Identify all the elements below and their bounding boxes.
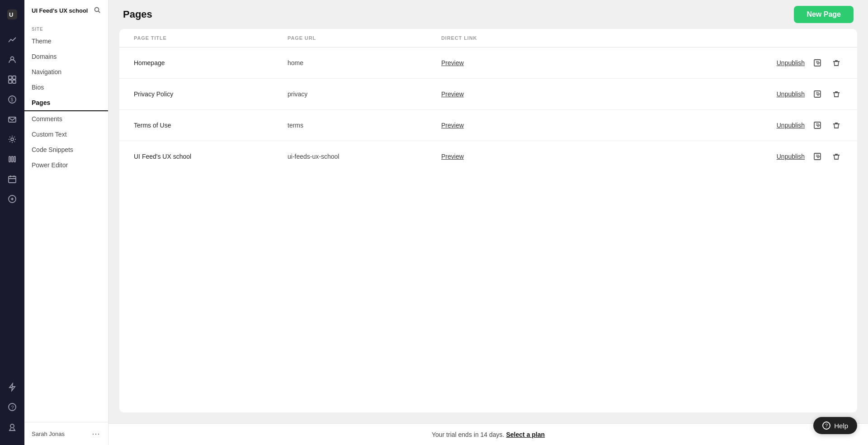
- cell-url-ui-feed: ui-feeds-ux-school: [288, 153, 441, 160]
- sidebar-item-custom-text[interactable]: Custom Text: [24, 127, 108, 142]
- svg-point-20: [95, 8, 99, 12]
- cell-actions-privacy-policy: Unpublish: [577, 88, 843, 100]
- revenue-icon[interactable]: $: [3, 90, 21, 109]
- col-header-actions: [577, 35, 843, 41]
- site-section-label: SITE: [24, 19, 108, 33]
- unpublish-button-terms-of-use[interactable]: Unpublish: [777, 122, 805, 129]
- new-page-button[interactable]: New Page: [794, 6, 854, 23]
- sidebar-item-code-snippets[interactable]: Code Snippets: [24, 142, 108, 157]
- help-button[interactable]: ? Help: [813, 417, 857, 434]
- svg-rect-13: [14, 156, 15, 162]
- preview-link-ui-feed[interactable]: Preview: [441, 153, 464, 160]
- sidebar-item-bios[interactable]: Bios: [24, 80, 108, 95]
- svg-text:?: ?: [11, 405, 14, 410]
- cell-preview-terms-of-use: Preview: [441, 121, 577, 129]
- cell-preview-ui-feed: Preview: [441, 152, 577, 161]
- delete-button-homepage[interactable]: [830, 57, 843, 69]
- edit-button-homepage[interactable]: [811, 57, 824, 69]
- preview-link-homepage[interactable]: Preview: [441, 59, 464, 66]
- svg-text:U: U: [9, 11, 13, 18]
- delete-button-privacy-policy[interactable]: [830, 88, 843, 100]
- members-icon[interactable]: [3, 51, 21, 69]
- svg-line-21: [98, 11, 100, 13]
- trial-text: Your trial ends in 14 days.: [432, 431, 505, 438]
- table-row-terms-of-use: Terms of Use terms Preview Unpublish: [119, 110, 857, 141]
- unpublish-button-ui-feed[interactable]: Unpublish: [777, 153, 805, 160]
- dashboard-icon[interactable]: [3, 71, 21, 89]
- sidebar-item-domains[interactable]: Domains: [24, 49, 108, 64]
- cell-preview-homepage: Preview: [441, 59, 577, 67]
- app-name: UI Feed's UX school: [32, 7, 88, 14]
- table-row-privacy-policy: Privacy Policy privacy Preview Unpublish: [119, 79, 857, 110]
- icon-sidebar: U $: [0, 0, 24, 445]
- email-icon[interactable]: [3, 110, 21, 128]
- col-header-title: PAGE TITLE: [134, 35, 288, 41]
- flash-icon[interactable]: [3, 378, 21, 396]
- trial-bar: Your trial ends in 14 days. Select a pla…: [108, 423, 868, 445]
- badge-icon[interactable]: [3, 418, 21, 436]
- cell-title-ui-feed: UI Feed's UX school: [134, 153, 288, 160]
- analytics-icon[interactable]: [3, 31, 21, 49]
- help-icon[interactable]: ?: [3, 398, 21, 416]
- col-header-link: DIRECT LINK: [441, 35, 577, 41]
- sidebar-item-power-editor[interactable]: Power Editor: [24, 157, 108, 173]
- select-plan-link[interactable]: Select a plan: [506, 431, 545, 438]
- table-row-homepage: Homepage home Preview Unpublish: [119, 47, 857, 79]
- nav-list: ThemeDomainsNavigationBiosPagesCommentsC…: [24, 33, 108, 173]
- svg-rect-4: [13, 76, 16, 79]
- sidebar-item-pages[interactable]: Pages: [24, 95, 108, 111]
- svg-point-10: [11, 138, 14, 141]
- delete-button-ui-feed[interactable]: [830, 150, 843, 163]
- sidebar-item-navigation[interactable]: Navigation: [24, 64, 108, 80]
- cell-actions-ui-feed: Unpublish: [577, 150, 843, 163]
- cell-title-homepage: Homepage: [134, 59, 288, 66]
- main-content: Pages New Page PAGE TITLE PAGE URL DIREC…: [108, 0, 868, 445]
- edit-button-privacy-policy[interactable]: [811, 88, 824, 100]
- svg-point-19: [10, 424, 14, 428]
- help-label: Help: [834, 422, 848, 430]
- cell-preview-privacy-policy: Preview: [441, 90, 577, 98]
- table-row-ui-feed: UI Feed's UX school ui-feeds-ux-school P…: [119, 141, 857, 172]
- svg-rect-9: [9, 117, 16, 122]
- delete-button-terms-of-use[interactable]: [830, 119, 843, 132]
- more-options-button[interactable]: ⋯: [92, 429, 101, 439]
- edit-button-terms-of-use[interactable]: [811, 119, 824, 132]
- cell-url-terms-of-use: terms: [288, 122, 441, 129]
- cell-url-homepage: home: [288, 59, 441, 66]
- svg-rect-3: [9, 76, 12, 79]
- cell-url-privacy-policy: privacy: [288, 90, 441, 98]
- main-sidebar: UI Feed's UX school SITE ThemeDomainsNav…: [24, 0, 108, 445]
- pages-table-container: PAGE TITLE PAGE URL DIRECT LINK Homepage…: [119, 29, 857, 412]
- svg-text:?: ?: [825, 423, 828, 428]
- svg-marker-16: [9, 383, 15, 391]
- table-body: Homepage home Preview Unpublish Privacy …: [119, 47, 857, 172]
- sidebar-header: UI Feed's UX school: [24, 0, 108, 19]
- svg-rect-12: [12, 156, 13, 162]
- user-name: Sarah Jonas: [32, 431, 65, 437]
- app-logo-icon[interactable]: U: [3, 5, 21, 24]
- extensions-icon[interactable]: [3, 190, 21, 208]
- svg-rect-5: [9, 80, 12, 83]
- svg-rect-6: [13, 80, 16, 83]
- page-title: Pages: [123, 9, 152, 20]
- preview-link-terms-of-use[interactable]: Preview: [441, 122, 464, 129]
- cell-title-terms-of-use: Terms of Use: [134, 122, 288, 129]
- library-icon[interactable]: [3, 150, 21, 168]
- sidebar-item-theme[interactable]: Theme: [24, 33, 108, 49]
- col-header-url: PAGE URL: [288, 35, 441, 41]
- svg-text:$: $: [11, 97, 14, 102]
- table-header: PAGE TITLE PAGE URL DIRECT LINK: [119, 29, 857, 47]
- edit-button-ui-feed[interactable]: [811, 150, 824, 163]
- calendar-icon[interactable]: [3, 170, 21, 188]
- sidebar-footer: Sarah Jonas ⋯: [24, 422, 108, 445]
- top-bar: Pages New Page: [108, 0, 868, 29]
- preview-link-privacy-policy[interactable]: Preview: [441, 90, 464, 98]
- unpublish-button-privacy-policy[interactable]: Unpublish: [777, 90, 805, 98]
- cell-title-privacy-policy: Privacy Policy: [134, 90, 288, 98]
- sidebar-item-comments[interactable]: Comments: [24, 111, 108, 127]
- svg-rect-11: [9, 156, 10, 162]
- unpublish-button-homepage[interactable]: Unpublish: [777, 59, 805, 66]
- search-button[interactable]: [94, 6, 101, 15]
- settings-icon[interactable]: [3, 130, 21, 148]
- svg-rect-14: [9, 176, 16, 183]
